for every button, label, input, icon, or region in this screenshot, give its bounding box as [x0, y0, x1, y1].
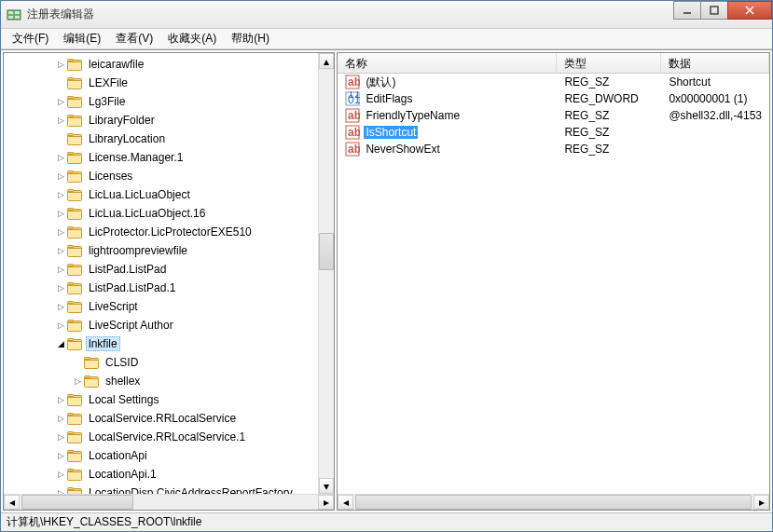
expander-closed-icon[interactable]: ▷: [54, 114, 67, 127]
expander-closed-icon[interactable]: ▷: [54, 281, 67, 294]
minimize-button[interactable]: [673, 1, 701, 20]
list-row[interactable]: abIsShortcutREG_SZ: [338, 124, 769, 141]
tree-item-label: Local Settings: [86, 392, 161, 407]
expander-closed-icon[interactable]: ▷: [54, 207, 67, 220]
tree-item[interactable]: ▷Local Settings: [4, 390, 318, 409]
svg-rect-50: [68, 302, 73, 304]
tree-item[interactable]: ▷Licenses: [4, 167, 318, 185]
svg-rect-40: [68, 249, 82, 257]
menu-view[interactable]: 查看(V): [108, 29, 160, 48]
maximize-button[interactable]: [700, 1, 728, 20]
svg-rect-2: [15, 11, 20, 14]
expander-closed-icon[interactable]: ▷: [54, 244, 67, 257]
column-type[interactable]: 类型: [557, 53, 661, 73]
menu-help[interactable]: 帮助(H): [224, 29, 277, 48]
scroll-track[interactable]: [319, 69, 334, 478]
column-data[interactable]: 数据: [661, 53, 769, 73]
tree-item[interactable]: ▷shellex: [4, 372, 318, 390]
expander-closed-icon[interactable]: ▷: [54, 263, 67, 276]
list-row[interactable]: ab(默认)REG_SZShortcut: [338, 74, 769, 90]
expander-closed-icon[interactable]: ▷: [71, 375, 84, 388]
scroll-left-icon[interactable]: ◂: [338, 495, 353, 510]
svg-rect-6: [711, 7, 718, 14]
tree-hscrollbar[interactable]: ◂ ▸: [4, 494, 334, 510]
tree-item[interactable]: ▷LocalService.RRLocalService.1: [4, 428, 318, 446]
tree-item-label: LicProtector.LicProtectorEXE510: [86, 225, 255, 239]
tree-item[interactable]: ▷LicLua.LicLuaObject: [4, 185, 318, 204]
binary-value-icon: 110011: [345, 91, 360, 106]
expander-closed-icon[interactable]: ▷: [54, 319, 67, 332]
tree-item[interactable]: ▷LocationDisp.CivicAddressReportFactory: [4, 484, 318, 494]
tree-item[interactable]: LibraryLocation: [4, 130, 318, 148]
value-name: (默认): [364, 75, 397, 90]
expander-closed-icon[interactable]: ▷: [54, 468, 67, 481]
tree-item[interactable]: ▷LicLua.LicLuaObject.16: [4, 204, 318, 223]
values-list[interactable]: ab(默认)REG_SZShortcut110011EditFlagsREG_D…: [338, 74, 769, 494]
tree-item[interactable]: ▷lightroompreviewfile: [4, 241, 318, 260]
expander-closed-icon[interactable]: ▷: [54, 393, 67, 406]
tree-item[interactable]: ▷LicProtector.LicProtectorEXE510: [4, 223, 318, 241]
expander-closed-icon[interactable]: ▷: [54, 58, 67, 71]
svg-rect-80: [68, 488, 73, 490]
expander-open-icon[interactable]: ◢: [54, 337, 67, 350]
menu-favorites[interactable]: 收藏夹(A): [160, 29, 224, 48]
expander-closed-icon[interactable]: ▷: [54, 430, 67, 443]
list-row[interactable]: abFriendlyTypeNameREG_SZ@shell32.dll,-41…: [338, 107, 769, 124]
tree-item[interactable]: ▷License.Manager.1: [4, 148, 318, 167]
expander-closed-icon[interactable]: ▷: [54, 188, 67, 201]
expander-closed-icon[interactable]: ▷: [54, 300, 67, 313]
tree-item[interactable]: ▷LocationApi: [4, 446, 318, 465]
svg-rect-38: [68, 227, 73, 229]
scroll-thumb[interactable]: [355, 495, 752, 510]
value-name: NeverShowExt: [364, 143, 441, 156]
expander-closed-icon[interactable]: ▷: [54, 151, 67, 164]
list-hscrollbar[interactable]: ◂ ▸: [338, 494, 769, 510]
scroll-down-icon[interactable]: ▾: [319, 478, 334, 494]
main-split: ▷leicarawfileLEXFile▷Lg3File▷LibraryFold…: [1, 49, 772, 512]
scroll-thumb[interactable]: [21, 495, 133, 510]
tree-item[interactable]: ▷LocalService.RRLocalService: [4, 409, 318, 428]
svg-rect-53: [68, 321, 73, 322]
tree-item[interactable]: ▷LiveScript: [4, 297, 318, 316]
svg-rect-41: [68, 246, 73, 248]
regedit-icon: [7, 7, 21, 22]
expander-closed-icon[interactable]: ▷: [54, 486, 67, 494]
expander-closed-icon[interactable]: ▷: [54, 412, 67, 425]
svg-rect-76: [68, 472, 82, 481]
menu-edit[interactable]: 编辑(E): [56, 29, 108, 48]
scroll-track[interactable]: [20, 495, 318, 510]
value-data: 0x00000001 (1): [661, 92, 769, 105]
list-row[interactable]: 110011EditFlagsREG_DWORD0x00000001 (1): [338, 90, 769, 107]
scroll-right-icon[interactable]: ▸: [318, 495, 334, 510]
scroll-right-icon[interactable]: ▸: [753, 495, 769, 510]
expander-closed-icon[interactable]: ▷: [54, 170, 67, 183]
tree-item[interactable]: ▷leicarawfile: [4, 55, 318, 74]
scroll-thumb[interactable]: [319, 233, 334, 270]
tree-item[interactable]: ▷ListPad.ListPad.1: [4, 279, 318, 297]
scroll-left-icon[interactable]: ◂: [4, 495, 20, 510]
tree-scroll[interactable]: ▷leicarawfileLEXFile▷Lg3File▷LibraryFold…: [4, 53, 318, 494]
tree-item[interactable]: ▷LocationApi.1: [4, 465, 318, 484]
column-name[interactable]: 名称: [338, 53, 557, 73]
tree-item[interactable]: ▷ListPad.ListPad: [4, 260, 318, 279]
expander-closed-icon[interactable]: ▷: [54, 225, 67, 239]
tree-item[interactable]: ◢lnkfile: [4, 334, 318, 353]
svg-rect-19: [68, 118, 82, 127]
expander-closed-icon[interactable]: ▷: [54, 449, 67, 462]
list-row[interactable]: abNeverShowExtREG_SZ: [338, 141, 769, 157]
tree-item[interactable]: ▷Lg3File: [4, 92, 318, 111]
expander-closed-icon[interactable]: ▷: [54, 95, 67, 108]
svg-rect-25: [68, 156, 82, 164]
close-button[interactable]: [727, 1, 772, 20]
scroll-track[interactable]: [353, 495, 753, 510]
tree-item[interactable]: LEXFile: [4, 74, 318, 92]
tree-item[interactable]: ▷LibraryFolder: [4, 111, 318, 130]
scroll-up-icon[interactable]: ▴: [319, 53, 334, 69]
tree-item[interactable]: ▷LiveScript Author: [4, 316, 318, 334]
svg-text:ab: ab: [348, 143, 360, 156]
string-value-icon: ab: [345, 125, 360, 140]
menu-file[interactable]: 文件(F): [5, 29, 56, 48]
tree-pane: ▷leicarawfileLEXFile▷Lg3File▷LibraryFold…: [3, 52, 335, 511]
tree-item[interactable]: CLSID: [4, 353, 318, 372]
tree-vscrollbar[interactable]: ▴ ▾: [318, 53, 334, 494]
